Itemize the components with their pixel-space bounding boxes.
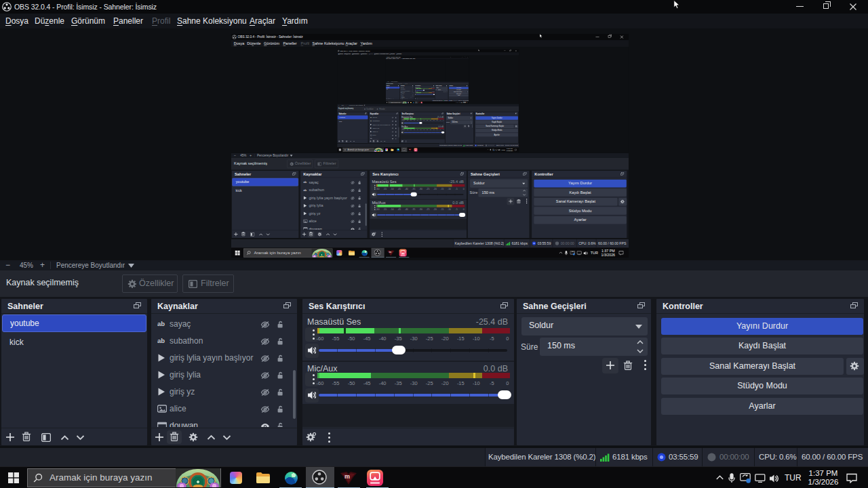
svg-text:ab: ab: [157, 337, 165, 344]
svg-text:ab: ab: [303, 188, 307, 192]
svg-text:ab: ab: [370, 117, 372, 118]
svg-text:m: m: [389, 250, 392, 253]
svg-text:ab: ab: [370, 120, 372, 121]
svg-text:ab: ab: [157, 320, 165, 327]
svg-text:ab: ab: [303, 180, 307, 184]
svg-text:m: m: [344, 473, 350, 480]
